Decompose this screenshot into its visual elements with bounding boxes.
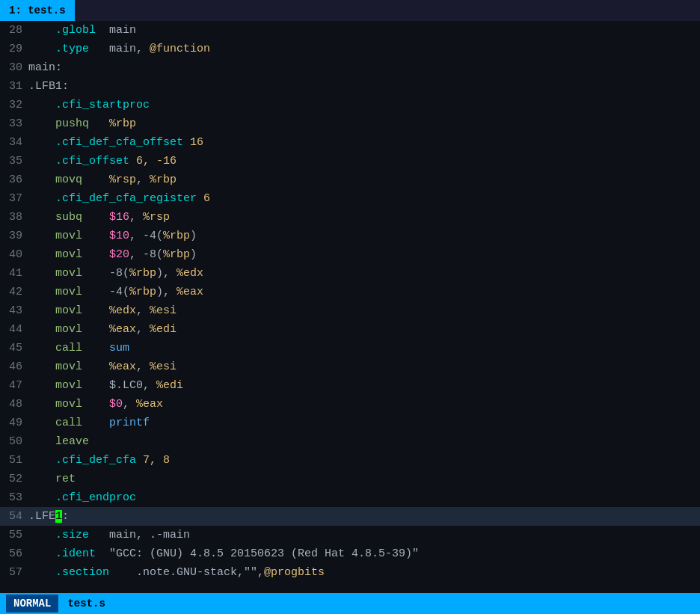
line-number: 39: [0, 227, 28, 245]
line-number: 50: [0, 432, 28, 451]
line-number: 56: [0, 544, 28, 563]
filename-status: test.s: [67, 598, 105, 610]
line-content: .cfi_endproc: [28, 488, 136, 507]
line-number: 33: [0, 114, 28, 133]
line-number: 54: [0, 507, 28, 526]
line-number: 53: [0, 488, 28, 507]
line-number: 29: [0, 40, 28, 58]
code-area: 28 .globl main29 .type main, @function30…: [0, 21, 700, 593]
line-number: 31: [0, 77, 28, 96]
editor-container: 1: test.s 28 .globl main29 .type main, @…: [0, 0, 700, 614]
table-row: 54.LFE1:: [0, 507, 700, 526]
table-row: 50 leave: [0, 432, 700, 451]
line-number: 43: [0, 301, 28, 320]
cursor: 1: [55, 510, 62, 523]
table-row: 57 .section .note.GNU-stack,"",@progbits: [0, 563, 700, 582]
line-number: 51: [0, 451, 28, 470]
line-number: 55: [0, 526, 28, 544]
line-number: 45: [0, 339, 28, 357]
line-number: 37: [0, 189, 28, 208]
table-row: 45 call sum: [0, 339, 700, 357]
line-number: 47: [0, 376, 28, 395]
line-content: .globl main: [28, 21, 136, 40]
line-content: movq %rsp, %rbp: [28, 171, 176, 189]
table-row: 36 movq %rsp, %rbp: [0, 171, 700, 189]
line-number: 41: [0, 264, 28, 283]
line-content: .cfi_def_cfa 7, 8: [28, 451, 170, 470]
line-number: 57: [0, 563, 28, 582]
table-row: 31.LFB1:: [0, 77, 700, 96]
line-content: .cfi_def_cfa_register 6: [28, 189, 210, 208]
line-content: movl %edx, %esi: [28, 301, 176, 320]
line-content: movl $20, -8(%rbp): [28, 245, 197, 264]
line-number: 44: [0, 320, 28, 339]
line-number: 34: [0, 133, 28, 152]
table-row: 44 movl %eax, %edi: [0, 320, 700, 339]
table-row: 34 .cfi_def_cfa_offset 16: [0, 133, 700, 152]
table-row: 43 movl %edx, %esi: [0, 301, 700, 320]
table-row: 40 movl $20, -8(%rbp): [0, 245, 700, 264]
table-row: 42 movl -4(%rbp), %eax: [0, 283, 700, 301]
table-row: 41 movl -8(%rbp), %edx: [0, 264, 700, 283]
table-row: 30main:: [0, 58, 700, 77]
line-content: subq $16, %rsp: [28, 208, 170, 227]
line-content: movl $0, %eax: [28, 395, 163, 414]
line-number: 40: [0, 245, 28, 264]
tab-bar: 1: test.s: [0, 0, 700, 21]
line-content: leave: [28, 432, 89, 451]
line-content: .cfi_def_cfa_offset 16: [28, 133, 203, 152]
line-number: 35: [0, 152, 28, 171]
line-number: 36: [0, 171, 28, 189]
table-row: 33 pushq %rbp: [0, 114, 700, 133]
status-bar: NORMAL test.s: [0, 593, 700, 614]
line-content: .LFB1:: [28, 77, 69, 96]
line-content: call sum: [28, 339, 129, 357]
line-content: movl $10, -4(%rbp): [28, 227, 197, 245]
line-content: movl -4(%rbp), %eax: [28, 283, 203, 301]
line-content: movl $.LC0, %edi: [28, 376, 183, 395]
line-content: .section .note.GNU-stack,"",@progbits: [28, 563, 325, 582]
line-content: main:: [28, 58, 62, 77]
table-row: 56 .ident "GCC: (GNU) 4.8.5 20150623 (Re…: [0, 544, 700, 563]
line-content: .LFE1:: [28, 507, 69, 526]
line-content: .ident "GCC: (GNU) 4.8.5 20150623 (Red H…: [28, 544, 419, 563]
line-content: .cfi_startproc: [28, 96, 150, 114]
table-row: 55 .size main, .-main: [0, 526, 700, 544]
table-row: 48 movl $0, %eax: [0, 395, 700, 414]
line-content: pushq %rbp: [28, 114, 136, 133]
line-number: 32: [0, 96, 28, 114]
table-row: 47 movl $.LC0, %edi: [0, 376, 700, 395]
line-content: call printf: [28, 414, 150, 432]
table-row: 52 ret: [0, 470, 700, 488]
mode-indicator: NORMAL: [6, 595, 58, 613]
line-content: .size main, .-main: [28, 526, 190, 544]
line-content: movl -8(%rbp), %edx: [28, 264, 203, 283]
line-number: 46: [0, 357, 28, 376]
table-row: 37 .cfi_def_cfa_register 6: [0, 189, 700, 208]
line-number: 49: [0, 414, 28, 432]
line-content: .cfi_offset 6, -16: [28, 152, 176, 171]
table-row: 28 .globl main: [0, 21, 700, 40]
line-content: movl %eax, %esi: [28, 357, 176, 376]
line-number: 28: [0, 21, 28, 40]
line-content: .type main, @function: [28, 40, 210, 58]
line-number: 30: [0, 58, 28, 77]
line-number: 42: [0, 283, 28, 301]
table-row: 35 .cfi_offset 6, -16: [0, 152, 700, 171]
line-number: 52: [0, 470, 28, 488]
table-row: 38 subq $16, %rsp: [0, 208, 700, 227]
table-row: 39 movl $10, -4(%rbp): [0, 227, 700, 245]
line-content: movl %eax, %edi: [28, 320, 176, 339]
table-row: 51 .cfi_def_cfa 7, 8: [0, 451, 700, 470]
table-row: 53 .cfi_endproc: [0, 488, 700, 507]
table-row: 46 movl %eax, %esi: [0, 357, 700, 376]
table-row: 49 call printf: [0, 414, 700, 432]
table-row: 29 .type main, @function: [0, 40, 700, 58]
line-number: 48: [0, 395, 28, 414]
table-row: 32 .cfi_startproc: [0, 96, 700, 114]
line-content: ret: [28, 470, 76, 488]
line-number: 38: [0, 208, 28, 227]
active-tab[interactable]: 1: test.s: [0, 0, 75, 21]
